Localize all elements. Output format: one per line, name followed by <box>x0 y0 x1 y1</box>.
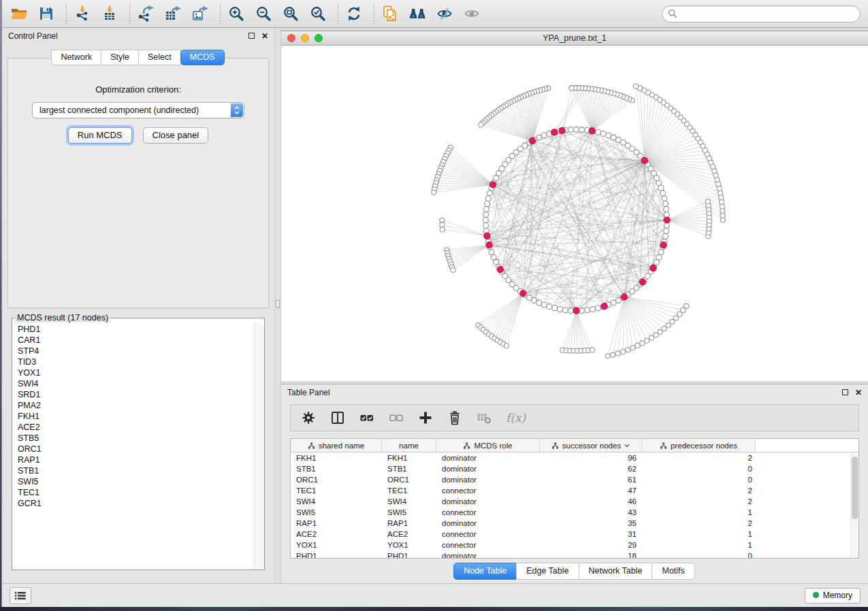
table-row[interactable]: SWI4SWI4dominator462 <box>291 496 858 507</box>
table-cell: SWI4 <box>291 497 382 506</box>
column-header[interactable]: name <box>382 439 436 452</box>
mcds-result-node[interactable]: GCR1 <box>18 498 264 509</box>
delete-column-icon[interactable] <box>447 410 462 425</box>
column-header[interactable]: successor nodes <box>540 439 642 452</box>
table-row[interactable]: ORC1ORC1dominator610 <box>291 474 858 485</box>
right-area: YPA_prune.txt_1 Table Panel ✕ <box>281 28 868 583</box>
table-row[interactable]: YOX1YOX1connector291 <box>291 540 858 550</box>
export-image-icon[interactable] <box>191 4 210 23</box>
open-icon[interactable] <box>10 4 29 23</box>
table-row[interactable]: TEC1TEC1connector472 <box>291 485 858 496</box>
table-cell: 2 <box>642 486 756 495</box>
column-header[interactable]: MCDS role <box>436 439 540 452</box>
column-header[interactable]: predecessor nodes <box>642 439 756 452</box>
clone-network-icon[interactable] <box>381 4 400 23</box>
mcds-result-node[interactable]: SWI4 <box>18 378 264 389</box>
mcds-result-node[interactable]: CAR1 <box>18 335 264 346</box>
table-row[interactable]: SWI5SWI5connector431 <box>291 507 858 518</box>
table-scrollbar[interactable] <box>850 453 858 558</box>
hide-graphics-details-icon[interactable] <box>435 4 454 23</box>
settings-gear-icon[interactable] <box>301 410 316 425</box>
run-mcds-button[interactable]: Run MCDS <box>68 127 132 144</box>
tab-select[interactable]: Select <box>138 50 181 65</box>
import-network-icon[interactable] <box>73 4 92 23</box>
column-label: MCDS role <box>474 442 512 450</box>
tab-motifs[interactable]: Motifs <box>652 563 694 580</box>
tab-network-table[interactable]: Network Table <box>579 563 653 580</box>
mcds-result-node[interactable]: SWI5 <box>18 476 264 487</box>
minimize-window-icon[interactable] <box>301 34 309 42</box>
memory-button[interactable]: Memory <box>805 588 861 604</box>
binoculars-icon[interactable] <box>408 4 427 23</box>
tab-edge-table[interactable]: Edge Table <box>516 563 579 580</box>
float-panel-icon[interactable] <box>248 33 255 39</box>
table-cell: 0 <box>642 476 756 484</box>
mcds-result-node[interactable]: STP4 <box>18 346 264 357</box>
select-all-icon[interactable] <box>359 410 374 425</box>
close-panel-icon[interactable]: ✕ <box>855 389 862 397</box>
mcds-result-node[interactable]: ACE2 <box>18 422 264 433</box>
table-panel: Table Panel ✕ f(x) s <box>281 384 868 583</box>
sort-desc-icon <box>624 444 630 448</box>
zoom-fit-icon[interactable] <box>281 4 300 23</box>
mcds-result-node[interactable]: PHD1 <box>18 324 264 335</box>
table-row[interactable]: FKH1FKH1dominator962 <box>291 452 858 463</box>
zoom-in-icon[interactable] <box>227 4 246 23</box>
table-row[interactable]: STB1STB1dominator620 <box>291 463 858 474</box>
search-icon <box>668 9 677 18</box>
network-canvas[interactable] <box>281 46 868 381</box>
toolbar-separator <box>374 3 374 24</box>
delete-table-icon <box>477 410 492 425</box>
save-icon[interactable] <box>37 4 56 23</box>
mcds-result-node[interactable]: STB5 <box>18 433 264 444</box>
refresh-layout-icon[interactable] <box>344 4 364 23</box>
select-stepper-icon <box>231 103 243 117</box>
task-history-button[interactable] <box>10 587 31 604</box>
close-panel-button[interactable]: Close panel <box>143 127 209 144</box>
tab-node-table[interactable]: Node Table <box>453 563 517 580</box>
table-row[interactable]: PHD1PHD1dominator180 <box>291 550 858 559</box>
attribute-type-icon <box>463 442 470 449</box>
table-cell: TEC1 <box>291 486 382 495</box>
tab-style[interactable]: Style <box>101 50 139 65</box>
mcds-result-node[interactable]: RAP1 <box>18 455 264 465</box>
table-row[interactable]: ACE2ACE2connector311 <box>291 529 858 540</box>
mcds-result-node[interactable]: TID3 <box>18 357 264 367</box>
maximize-window-icon[interactable] <box>315 34 323 42</box>
mcds-result-node[interactable]: ORC1 <box>18 444 264 455</box>
divider-grip[interactable] <box>276 300 280 308</box>
zoom-selected-icon[interactable] <box>308 4 327 23</box>
result-scrollbar[interactable] <box>254 323 264 569</box>
zoom-out-icon[interactable] <box>254 4 273 23</box>
mcds-result-node[interactable]: PMA2 <box>18 400 264 411</box>
column-header[interactable]: shared name <box>291 439 382 452</box>
mcds-result-node[interactable]: FKH1 <box>18 411 264 422</box>
mcds-result-node[interactable]: STB1 <box>18 465 264 476</box>
scrollbar-thumb[interactable] <box>852 457 858 519</box>
mcds-result-node[interactable]: TEC1 <box>18 487 264 498</box>
optimization-select[interactable]: largest connected component (undirected) <box>32 102 244 118</box>
table-header: shared namenameMCDS rolesuccessor nodesp… <box>291 439 858 452</box>
search-input[interactable] <box>681 9 854 18</box>
search-box[interactable] <box>662 5 861 22</box>
add-column-icon[interactable] <box>418 410 433 425</box>
table-cell: 43 <box>540 508 642 516</box>
table-row[interactable]: RAP1RAP1dominator352 <box>291 518 858 529</box>
close-panel-icon[interactable]: ✕ <box>261 32 268 40</box>
deselect-all-icon[interactable] <box>389 410 404 425</box>
table-cell: dominator <box>436 497 540 506</box>
export-table-icon[interactable] <box>163 4 182 23</box>
float-panel-icon[interactable] <box>842 389 848 395</box>
toolbar-separator <box>338 3 338 24</box>
birds-eye-view-icon <box>462 4 481 23</box>
import-table-icon[interactable] <box>100 4 119 23</box>
close-window-icon[interactable] <box>287 34 295 42</box>
toggle-panel-icon[interactable] <box>330 410 345 425</box>
tab-network[interactable]: Network <box>51 50 101 65</box>
mcds-result-node[interactable]: YOX1 <box>18 367 264 378</box>
mcds-result-node[interactable]: SRD1 <box>18 389 264 400</box>
export-network-icon[interactable] <box>136 4 155 23</box>
tab-mcds[interactable]: MCDS <box>180 50 225 65</box>
table-cell: ORC1 <box>382 476 436 484</box>
panel-divider[interactable] <box>274 28 281 583</box>
